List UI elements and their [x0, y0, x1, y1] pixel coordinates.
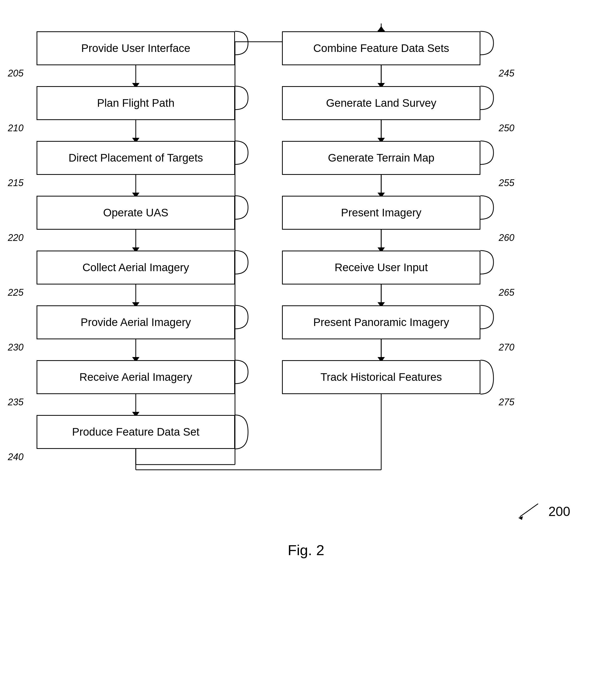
label-255: 255	[499, 178, 514, 188]
box-215: Direct Placement of Targets	[37, 141, 235, 175]
box-275-label: Track Historical Features	[320, 371, 442, 383]
label-250: 250	[499, 123, 514, 134]
label-265: 265	[499, 287, 514, 298]
label-270: 270	[499, 342, 514, 353]
label-275: 275	[499, 397, 514, 408]
box-210: Plan Flight Path	[37, 86, 235, 120]
box-225: Collect Aerial Imagery	[37, 251, 235, 284]
box-220: Operate UAS	[37, 196, 235, 230]
ref-200-label: 200	[548, 504, 570, 519]
box-255-label: Generate Terrain Map	[328, 152, 434, 164]
box-235-label: Receive Aerial Imagery	[79, 371, 192, 383]
label-220: 220	[8, 232, 24, 243]
box-270: Present Panoramic Imagery	[282, 305, 481, 339]
box-250: Generate Land Survey	[282, 86, 481, 120]
svg-marker-37	[518, 516, 523, 520]
reference-200: 200	[512, 501, 570, 522]
box-220-label: Operate UAS	[103, 207, 168, 219]
box-245-label: Combine Feature Data Sets	[313, 42, 449, 55]
box-230-label: Provide Aerial Imagery	[81, 316, 191, 328]
figure-title: Fig. 2	[288, 542, 324, 559]
box-235: Receive Aerial Imagery	[37, 360, 235, 394]
box-270-label: Present Panoramic Imagery	[313, 316, 449, 328]
box-255: Generate Terrain Map	[282, 141, 481, 175]
box-260: Present Imagery	[282, 196, 481, 230]
label-230: 230	[8, 342, 24, 353]
box-250-label: Generate Land Survey	[326, 97, 436, 109]
box-215-label: Direct Placement of Targets	[68, 152, 203, 164]
label-240: 240	[8, 451, 24, 462]
box-240-label: Produce Feature Data Set	[72, 426, 199, 438]
label-235: 235	[8, 397, 24, 408]
box-205: Provide User Interface	[37, 31, 235, 65]
svg-marker-19	[377, 26, 385, 31]
label-210: 210	[8, 123, 24, 134]
box-225-label: Collect Aerial Imagery	[83, 261, 189, 274]
diagram-container: Provide User Interface 205 Plan Flight P…	[21, 21, 591, 647]
label-225: 225	[8, 287, 24, 298]
box-205-label: Provide User Interface	[81, 42, 190, 55]
box-210-label: Plan Flight Path	[97, 97, 175, 109]
box-240: Produce Feature Data Set	[37, 415, 235, 449]
box-260-label: Present Imagery	[341, 207, 421, 219]
label-260: 260	[499, 232, 514, 243]
label-245: 245	[499, 68, 514, 79]
label-215: 215	[8, 178, 24, 188]
label-205: 205	[8, 68, 24, 79]
svg-line-36	[520, 504, 538, 517]
box-245: Combine Feature Data Sets	[282, 31, 481, 65]
box-275: Track Historical Features	[282, 360, 481, 394]
box-230: Provide Aerial Imagery	[37, 305, 235, 339]
box-265: Receive User Input	[282, 251, 481, 284]
box-265-label: Receive User Input	[334, 261, 428, 274]
